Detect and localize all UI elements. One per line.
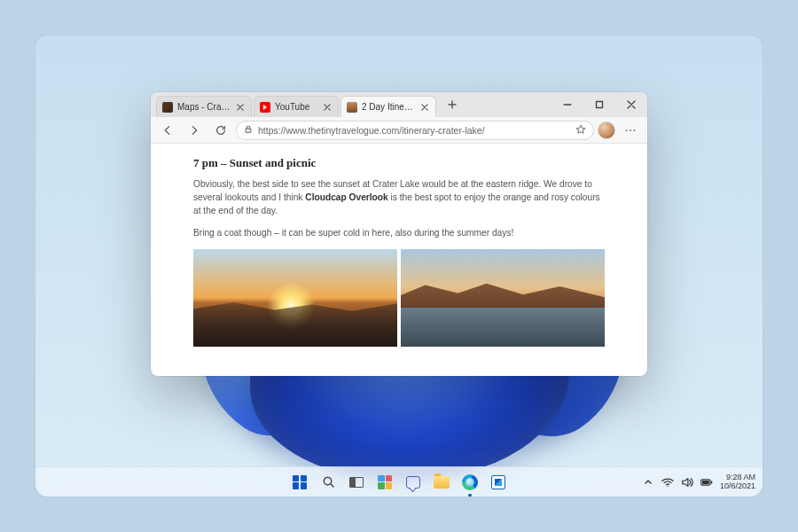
battery-icon[interactable] [700,476,713,489]
browser-toolbar [151,117,647,144]
widgets-icon [378,475,392,489]
windows-logo-icon [293,475,307,489]
close-tab-button[interactable] [322,102,332,113]
file-explorer-button[interactable] [431,472,452,493]
favorite-star-icon[interactable] [575,122,586,138]
tray-overflow-button[interactable] [642,476,654,489]
active-app-indicator [468,494,472,497]
tab-itinerary[interactable]: 2 Day Itinerary [340,96,436,117]
close-window-button[interactable] [615,92,647,117]
edge-icon [462,474,478,490]
close-tab-button[interactable] [235,102,246,113]
taskbar-date: 10/6/2021 [720,482,755,491]
tab-youtube[interactable]: YouTube [254,96,339,117]
desktop-wallpaper: Maps - Crater Lake YouTube 2 Day Itinera… [35,35,763,497]
svg-point-6 [667,485,668,486]
taskbar: 9:28 AM 10/6/2021 [35,466,763,497]
window-controls [552,92,647,117]
svg-rect-8 [711,481,713,483]
article-paragraph-2: Bring a coat though – it can be super co… [193,226,605,239]
article-heading: 7 pm – Sunset and picnic [193,154,605,172]
address-bar[interactable] [236,121,594,140]
chat-icon [406,476,420,489]
edge-browser-button[interactable] [459,472,481,493]
chat-button[interactable] [403,472,424,493]
store-icon [491,475,505,489]
svg-point-3 [630,129,631,131]
forward-button[interactable] [183,120,206,141]
nps-favicon-icon [162,102,173,113]
system-tray: 9:28 AM 10/6/2021 [642,467,755,497]
url-input[interactable] [258,125,570,136]
lock-icon [244,125,253,136]
volume-icon[interactable] [681,476,693,489]
article-photo-row [193,249,605,347]
tab-label: 2 Day Itinerary [362,102,415,112]
browser-window: Maps - Crater Lake YouTube 2 Day Itinera… [151,92,647,376]
itinerary-favicon-icon [347,102,357,113]
taskbar-center [289,472,509,493]
svg-rect-0 [597,102,603,108]
page-content: 7 pm – Sunset and picnic Obviously, the … [151,144,647,376]
svg-point-5 [324,477,331,484]
youtube-favicon-icon [260,102,270,113]
folder-icon [434,476,450,489]
ms-store-button[interactable] [488,472,509,493]
tab-label: YouTube [275,102,317,112]
close-tab-button[interactable] [419,102,430,113]
sunset-photo [193,249,397,347]
tab-maps-crater-lake[interactable]: Maps - Crater Lake [156,96,252,117]
tab-strip: Maps - Crater Lake YouTube 2 Day Itinera… [151,92,647,117]
profile-avatar[interactable] [598,121,615,139]
widgets-button[interactable] [374,472,395,493]
maximize-button[interactable] [583,92,615,117]
svg-rect-1 [246,129,251,132]
settings-menu-button[interactable] [619,120,642,141]
svg-point-2 [626,129,628,131]
svg-point-4 [634,129,636,131]
tab-label: Maps - Crater Lake [177,102,231,112]
back-button[interactable] [156,120,179,141]
taskbar-clock[interactable]: 9:28 AM 10/6/2021 [720,473,755,491]
minimize-button[interactable] [552,92,583,117]
ridge-photo [401,249,605,347]
search-button[interactable] [317,472,339,493]
start-button[interactable] [289,472,310,493]
svg-rect-9 [702,481,709,484]
new-tab-button[interactable] [442,95,463,114]
article-paragraph-1: Obviously, the best side to see the suns… [193,177,605,218]
refresh-button[interactable] [209,120,232,141]
wifi-icon[interactable] [661,476,674,489]
task-view-icon [349,477,364,488]
task-view-button[interactable] [346,472,367,493]
